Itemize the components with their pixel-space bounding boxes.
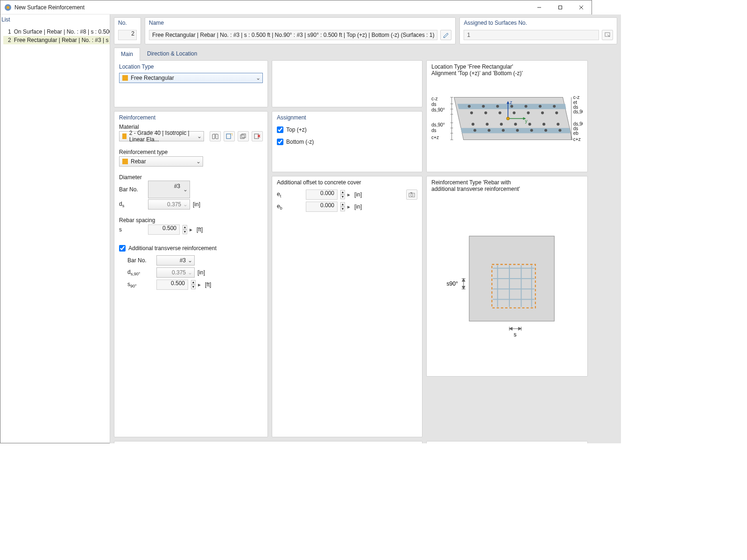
edit-name-button[interactable] [440,30,451,40]
assignment-section: Assignment Top (+z) Bottom (-z) [272,111,423,172]
svg-point-35 [544,129,547,132]
s-input[interactable]: 0.500 [148,224,180,235]
svg-point-36 [558,129,561,132]
chevron-down-icon: ⌄ [196,158,201,165]
no-field[interactable]: 2 [118,30,137,40]
pick-surface-button[interactable] [602,30,613,40]
tabstrip: Main Direction & Location [114,47,617,60]
camera-icon [409,192,415,197]
material-combo[interactable]: 2 - Grade 40 | Isotropic | Linear Ela...… [119,131,204,141]
svg-point-43 [557,123,559,126]
svg-point-40 [514,123,517,126]
reinf-type-combo[interactable]: Rebar ⌄ [119,156,203,167]
name-field[interactable]: Free Rectangular | Rebar | No. : #3 | s … [149,30,437,40]
svg-point-17 [482,105,485,108]
diagram-bottom: Reinforcement Type 'Rebar with additiona… [426,176,588,377]
svg-point-26 [513,112,515,114]
svg-point-32 [502,129,505,132]
chevron-down-icon: ⌄ [256,75,261,81]
close-button[interactable] [571,0,592,14]
swatch-icon [122,159,128,164]
spinner-et[interactable]: ▴▾▸ [340,189,352,200]
eb-input[interactable]: 0.000 [306,202,338,212]
list-panel: List 1 On Surface | Rebar | No. : #8 | s… [0,14,110,443]
t-s-input[interactable]: 0.500 [156,280,188,290]
spinner-s[interactable]: ▴▾▸ [183,224,194,235]
location-type-section: Location Type Free Rectangular ⌄ [114,60,268,107]
name-label: Name [145,18,455,28]
svg-marker-104 [518,327,521,330]
svg-text:s: s [514,331,516,338]
svg-point-24 [484,112,487,114]
results-panel: as,1,+z :0.22 in²/ft as,2,+z :0.22 in²/f… [426,441,588,443]
list-item[interactable]: 2 Free Rectangular | Rebar | No. : #3 | … [3,36,110,44]
assign-label: Assigned to Surfaces No. [460,18,617,28]
bar-no-label: Bar No. [119,186,145,193]
svg-point-19 [510,105,513,108]
spinner-eb[interactable]: ▴▾▸ [340,202,352,212]
svg-rect-78 [254,134,259,139]
svg-text:ds: ds [431,128,437,133]
transverse-checkbox[interactable]: Additional transverse reinforcement [119,245,217,252]
svg-marker-103 [509,327,512,330]
svg-marker-97 [462,279,465,281]
spacing-label: Rebar spacing [119,217,263,224]
material-new-button[interactable] [224,131,235,141]
svg-point-39 [500,123,503,126]
play-icon[interactable]: ▸ [346,202,352,212]
svg-text:c-z: c-z [431,96,437,101]
material-copy-button[interactable] [238,131,249,141]
play-icon[interactable]: ▸ [346,189,352,200]
svg-point-34 [530,129,533,132]
svg-rect-75 [226,134,231,139]
list-item[interactable]: 1 On Surface | Rebar | No. : #8 | s : 0.… [3,28,110,36]
play-icon[interactable]: ▸ [188,224,194,235]
bottom-z-checkbox[interactable]: Bottom (-z) [277,136,417,148]
assign-field[interactable]: 1 [464,30,599,40]
screenshot-button[interactable] [406,189,417,200]
svg-text:s90°: s90° [446,280,458,287]
library-icon [212,133,218,139]
svg-point-21 [539,105,542,108]
svg-text:ds,90°: ds,90° [573,109,583,114]
reinforcement-title: Reinforcement [119,114,263,121]
reinf-type-label: Reinforcement type [119,149,263,155]
location-type-title: Location Type [119,63,263,70]
spinner-t-s[interactable]: ▴▾▸ [191,280,202,290]
tab-main[interactable]: Main [114,48,140,61]
app-icon [4,4,12,11]
material-remove-button[interactable] [252,131,263,141]
svg-point-30 [473,129,476,132]
no-panel: No. 2 [114,17,141,44]
diagram-top: Location Type 'Free Rectangular' Alignme… [426,60,588,172]
svg-marker-15 [461,128,571,133]
bar-no-combo[interactable]: #3 ⌄ [148,181,190,198]
svg-point-23 [470,112,473,114]
reinforcement-section: Reinforcement Material 2 - Grade 40 | Is… [114,111,268,437]
svg-text:ds,90°: ds,90° [431,122,445,127]
material-library-button[interactable] [210,131,221,141]
et-input[interactable]: 0.000 [306,189,338,200]
svg-text:c+z: c+z [573,137,581,142]
svg-point-16 [468,105,471,108]
chevron-down-icon: ⌄ [188,269,192,276]
play-icon[interactable]: ▸ [197,280,202,290]
chevron-down-icon: ⌄ [183,186,188,193]
svg-point-28 [541,112,544,114]
diameter-label: Diameter [119,174,263,181]
svg-point-37 [472,123,474,126]
plan-diagram-icon: s90° s [431,192,583,365]
svg-point-1 [7,6,9,9]
swatch-icon [122,75,128,81]
tab-direction-location[interactable]: Direction & Location [140,47,204,60]
svg-rect-76 [240,135,244,139]
top-z-checkbox[interactable]: Top (+z) [277,124,417,136]
t-bar-no-combo[interactable]: #3 ⌄ [156,255,195,266]
svg-point-31 [487,129,490,132]
svg-point-48 [507,117,509,120]
svg-text:z: z [510,100,512,105]
location-type-combo[interactable]: Free Rectangular ⌄ [119,73,263,83]
minimize-button[interactable] [529,0,550,14]
maximize-button[interactable] [550,0,571,14]
list-heading: List [0,14,110,26]
